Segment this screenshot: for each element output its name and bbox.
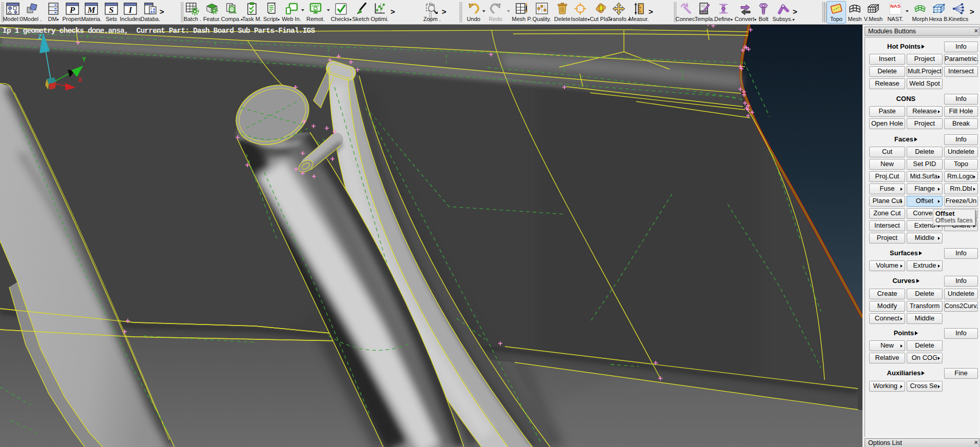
svg-text:Y: Y xyxy=(82,56,86,64)
svg-text:X: X xyxy=(78,76,82,84)
svg-text:NAS: NAS xyxy=(890,3,900,9)
svg-text:M: M xyxy=(87,5,95,15)
svg-text:P: P xyxy=(69,5,75,15)
svg-text:S: S xyxy=(109,5,113,15)
svg-text:t: t xyxy=(151,7,152,11)
